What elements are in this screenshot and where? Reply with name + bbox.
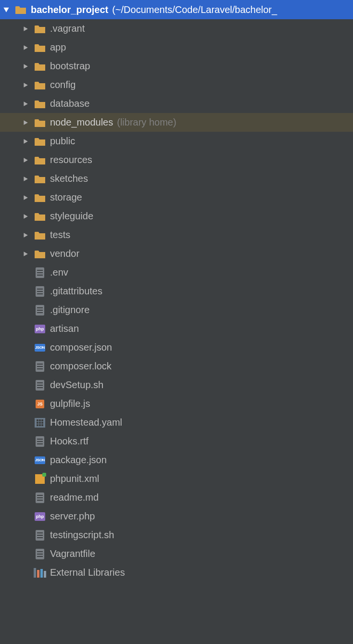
svg-marker-6 <box>24 120 27 125</box>
folder-name: vendor <box>50 248 79 259</box>
external-libraries-row[interactable]: External Libraries <box>0 563 353 582</box>
file-row[interactable]: testingscript.sh <box>0 526 353 544</box>
folder-row[interactable]: app <box>0 38 353 57</box>
file-row[interactable]: JSONcomposer.json <box>0 338 353 357</box>
js-file-icon: JS <box>35 399 45 409</box>
file-row[interactable]: Hooks.rtf <box>0 432 353 451</box>
file-row[interactable]: composer.lock <box>0 357 353 376</box>
svg-marker-8 <box>24 158 27 163</box>
expand-arrow-right-icon[interactable] <box>21 231 30 240</box>
folder-row[interactable]: .vagrant <box>0 19 353 38</box>
folder-row[interactable]: styleguide <box>0 207 353 226</box>
folder-row[interactable]: public <box>0 132 353 151</box>
project-tree: bachelor_project (~/Documents/Code/Larav… <box>0 0 353 582</box>
file-name: Hooks.rtf <box>50 436 88 447</box>
folder-name: app <box>50 42 66 53</box>
expand-arrow-down-icon[interactable] <box>2 5 11 14</box>
project-root-row[interactable]: bachelor_project (~/Documents/Code/Larav… <box>0 0 353 19</box>
folder-row[interactable]: vendor <box>0 244 353 263</box>
expand-arrow-right-icon[interactable] <box>21 43 30 52</box>
file-icon <box>35 267 45 278</box>
php-file-icon: php <box>35 511 45 522</box>
expand-arrow-right-icon[interactable] <box>21 250 30 258</box>
project-root-name: bachelor_project <box>31 4 108 15</box>
file-name: composer.lock <box>50 361 112 372</box>
file-icon <box>35 286 45 297</box>
xml-file-icon <box>35 474 45 484</box>
file-row[interactable]: phpunit.xml <box>0 469 353 488</box>
file-name: readme.md <box>50 492 99 503</box>
file-row[interactable]: phpserver.php <box>0 507 353 526</box>
svg-marker-9 <box>24 177 27 181</box>
folder-row[interactable]: resources <box>0 151 353 169</box>
file-icon <box>35 492 45 503</box>
file-row[interactable]: .env <box>0 263 353 282</box>
folder-row[interactable]: config <box>0 76 353 94</box>
expand-arrow-right-icon[interactable] <box>21 81 30 89</box>
file-name: devSetup.sh <box>50 379 103 391</box>
expand-arrow-right-icon[interactable] <box>21 193 30 202</box>
folder-icon <box>35 117 45 128</box>
file-row[interactable]: devSetup.sh <box>0 376 353 394</box>
expand-arrow-right-icon[interactable] <box>21 137 30 146</box>
external-libraries-label: External Libraries <box>50 567 125 578</box>
file-icon <box>35 436 45 447</box>
file-row[interactable]: JSgulpfile.js <box>0 394 353 413</box>
expand-arrow-right-icon[interactable] <box>21 212 30 221</box>
file-name: server.php <box>50 511 95 522</box>
folder-icon <box>35 99 45 109</box>
folder-row[interactable]: storage <box>0 188 353 207</box>
folder-icon <box>35 155 45 165</box>
folder-icon <box>35 230 45 240</box>
folder-row[interactable]: database <box>0 94 353 113</box>
file-row[interactable]: .gitignore <box>0 301 353 319</box>
file-row[interactable]: .gitattributes <box>0 282 353 301</box>
file-row[interactable]: JSONpackage.json <box>0 451 353 469</box>
folder-name: .vagrant <box>50 23 85 34</box>
file-icon <box>35 305 45 316</box>
folder-name: tests <box>50 229 70 240</box>
file-name: .env <box>50 267 68 278</box>
svg-marker-10 <box>24 195 27 200</box>
folder-row[interactable]: node_modules(library home) <box>0 113 353 132</box>
file-name: phpunit.xml <box>50 473 99 484</box>
folder-icon <box>35 174 45 184</box>
file-name: package.json <box>50 455 107 466</box>
expand-arrow-right-icon[interactable] <box>21 175 30 183</box>
file-name: .gitattributes <box>50 286 102 297</box>
svg-marker-11 <box>24 214 27 219</box>
expand-arrow-right-icon[interactable] <box>21 62 30 71</box>
svg-marker-5 <box>24 101 27 106</box>
folder-icon <box>15 4 26 15</box>
svg-marker-3 <box>24 64 27 69</box>
folder-name: resources <box>50 154 92 165</box>
file-name: testingscript.sh <box>50 530 114 541</box>
folder-row[interactable]: tests <box>0 226 353 244</box>
file-row[interactable]: phpartisan <box>0 319 353 338</box>
folder-row[interactable]: bootstrap <box>0 57 353 76</box>
file-name: Vagrantfile <box>50 548 95 559</box>
file-row[interactable]: Homestead.yaml <box>0 413 353 432</box>
folder-icon <box>35 80 45 90</box>
folder-row[interactable]: sketches <box>0 169 353 188</box>
file-icon <box>35 549 45 559</box>
libraries-icon <box>35 568 45 578</box>
yaml-file-icon <box>35 417 45 428</box>
project-items: .vagrantappbootstrapconfigdatabasenode_m… <box>0 19 353 563</box>
expand-arrow-right-icon[interactable] <box>21 118 30 127</box>
expand-arrow-right-icon[interactable] <box>21 100 30 108</box>
expand-arrow-right-icon[interactable] <box>21 156 30 164</box>
folder-name: node_modules <box>50 117 113 128</box>
expand-arrow-right-icon[interactable] <box>21 25 30 33</box>
file-name: .gitignore <box>50 304 89 316</box>
project-root-path: (~/Documents/Code/Laravel/bachelor_ <box>112 4 277 15</box>
folder-name: config <box>50 79 76 90</box>
file-row[interactable]: readme.md <box>0 488 353 507</box>
folder-name: styleguide <box>50 211 93 222</box>
svg-marker-12 <box>24 233 27 238</box>
file-row[interactable]: Vagrantfile <box>0 544 353 563</box>
svg-marker-7 <box>24 139 27 144</box>
svg-marker-4 <box>24 83 27 88</box>
folder-icon <box>35 211 45 222</box>
file-name: composer.json <box>50 342 112 353</box>
